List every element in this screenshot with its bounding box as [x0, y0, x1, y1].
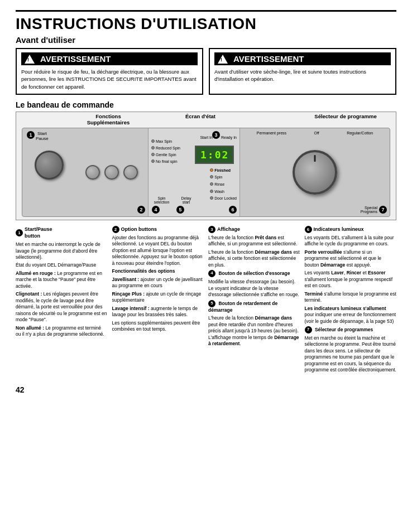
spin-opt-2: Reduced Spin [151, 145, 180, 152]
panel-selector: Permanent press Off Regular/Cotton Speci… [240, 128, 390, 216]
indicator-dot-rinse [210, 182, 213, 186]
warnings-row: ! AVERTISSEMENT Pour réduire le risque d… [16, 48, 396, 95]
option-button-2[interactable] [104, 165, 119, 180]
page-number: 42 [16, 385, 25, 394]
label-selecteur: Sélecteur de programme [306, 113, 385, 119]
desc-start-pause: 1 Start/Pausebutton Met en marche ou int… [16, 226, 108, 375]
desc-1-p4: Clignotant : Les réglages peuvent être m… [16, 291, 108, 323]
dial-label-permanent: Permanent press [257, 131, 286, 135]
desc-2-p3: Javellisant : ajouter un cycle de javell… [112, 277, 204, 289]
panel-start-pause: 1 Start Pause [22, 128, 75, 216]
description-grid: 1 Start/Pausebutton Met en marche ou int… [16, 226, 396, 375]
special-programs-label: SpecialPrograms [361, 206, 377, 214]
status-indicators: Finished Spin Rinse Wash Door Locked [210, 167, 237, 202]
desc-2-p2: Fonctionnalités des options [112, 268, 204, 274]
control-panel-diagram: Fonctions Supplémentaires Écran d'état S… [16, 112, 396, 220]
indicator-door: Door Locked [210, 195, 237, 202]
lcd-area: Start In Ready In 1:02 Finished Spin Rin… [174, 131, 237, 202]
desc-badge-1: 1 [16, 229, 23, 236]
warning-text-2: Avant d'utiliser votre sèche-linge, lire… [214, 68, 391, 83]
desc-badge-5: 5 [208, 300, 215, 307]
desc-4-heading: 4 Bouton de sélection d'essorage [208, 270, 300, 277]
delay-start-label: Delaystart [176, 196, 196, 204]
desc-2-p5: Lavage intensif : augmente le temps de l… [112, 306, 204, 318]
badge-3: 3 [212, 131, 220, 139]
desc-3-p1: L'heure de la fonction Prêt dans est aff… [208, 235, 300, 248]
desc-4-p1: Modifie la vitesse d'essorage (au besoin… [208, 279, 300, 298]
dial-label-off: Off [314, 131, 319, 135]
desc-7-p1: Met en marche ou éteint la machine et sé… [305, 335, 397, 374]
desc-2-heading: 2 Option buttons [112, 226, 204, 233]
warning-header-2: ! AVERTISSEMENT [214, 52, 391, 65]
desc-badge-4: 4 [208, 270, 215, 277]
badge-1: 1 [27, 131, 35, 139]
desc-1-p2: État du voyant DEL Démarrage/Pause [16, 262, 108, 268]
spin-opt-3: Gentle Spin [151, 152, 180, 158]
desc-6-heading: 6 Indicateurs lumineux [305, 226, 397, 233]
badge-7: 7 [379, 206, 387, 214]
spin-opt-1: Max Spin [151, 138, 180, 145]
badge-5: 5 [176, 206, 184, 214]
indicator-spin: Spin [210, 174, 237, 181]
spin-selection-label: Spinselection [152, 196, 171, 204]
desc-2-p4: Rinçage Plus : ajoute un cycle de rinçag… [112, 291, 204, 304]
section-avant-title: Avant d'utiliser [16, 35, 396, 45]
warning-triangle-icon-2: ! [218, 55, 228, 64]
start-in-label: Start In [200, 136, 213, 139]
desc-badge-7: 7 [305, 326, 312, 333]
desc-badge-6: 6 [305, 226, 312, 233]
desc-1-p3: Allumé en rouge : Le programme est en ma… [16, 270, 108, 289]
desc-1-p1: Met en marche ou interrompt le cycle de … [16, 241, 108, 260]
indicator-finished: Finished [210, 167, 237, 175]
indicator-rinse: Rinse [210, 181, 237, 188]
badge-6: 6 [229, 206, 237, 214]
desc-3-p2: L'heure de la fonction Démarrage dans es… [208, 249, 300, 268]
warning-triangle-icon-1: ! [25, 55, 35, 64]
desc-6-p5: Les indicateurs lumineux s'allument pour… [305, 306, 397, 325]
spin-opt-4: No final spin [151, 158, 180, 165]
desc-indicateurs: 6 Indicateurs lumineux Les voyants DEL s… [305, 226, 397, 375]
desc-6-p1: Les voyants DEL s'allument à la suite po… [305, 235, 397, 248]
top-border-line [16, 10, 396, 12]
spin-options-list: Max Spin Reduced Spin Gentle Spin No fin… [151, 138, 180, 165]
warning-box-2: ! AVERTISSEMENT Avant d'utiliser votre s… [209, 48, 396, 95]
indicator-dot-door [210, 196, 213, 200]
desc-1-p5: Non allumé : Le programme est terminé ou… [16, 325, 108, 338]
indicator-dot-spin [210, 175, 213, 178]
warning-text-1: Pour réduire le risque de feu, la déchar… [21, 68, 198, 90]
option-button-3[interactable] [123, 165, 138, 180]
dial-top-labels: Permanent press Off Regular/Cotton [243, 131, 387, 135]
start-pause-knob[interactable] [35, 151, 64, 180]
desc-option-buttons: 2 Option buttons Ajouter des fonctions a… [112, 226, 204, 375]
desc-badge-2: 2 [112, 226, 119, 233]
spin-dot-4 [151, 159, 155, 163]
page-title: INSTRUCTIONS D'UTILISATION [16, 15, 396, 33]
panel-display: 3 Max Spin Reduced Spin Gentle Spin No f… [148, 128, 240, 216]
warning-label-1: AVERTISSEMENT [40, 54, 111, 64]
indicator-dot-wash [210, 190, 213, 193]
lcd-display: 1:02 [195, 146, 234, 164]
desc-6-p4: Terminé s'allume lorsque le programme es… [305, 291, 397, 304]
bandeau-title: Le bandeau de commande [16, 100, 396, 109]
panel-option-buttons: 2 [75, 128, 148, 216]
desc-affichage: 3 Affichage L'heure de la fonction Prêt … [208, 226, 300, 375]
page-number-area: 42 [16, 381, 396, 394]
dial-label-cotton: Regular/Cotton [347, 131, 373, 135]
program-selector-dial[interactable] [293, 150, 337, 195]
warning-box-1: ! AVERTISSEMENT Pour réduire le risque d… [16, 48, 203, 95]
option-buttons-row-1 [85, 165, 138, 180]
desc-6-p2: Porte verrouillée s'allume si un program… [305, 249, 397, 268]
desc-3-heading: 3 Affichage [208, 226, 300, 233]
ready-in-label: Ready In [221, 136, 237, 139]
start-pause-label: Start Pause [36, 131, 49, 142]
desc-6-p3: Les voyants Laver, Rincer et Essorer s'a… [305, 270, 397, 289]
warning-header-1: ! AVERTISSEMENT [21, 52, 198, 65]
spin-dot-1 [151, 139, 155, 143]
desc-badge-3: 3 [208, 226, 215, 233]
option-button-1[interactable] [85, 165, 100, 180]
label-ecran: Écran d'état [173, 113, 228, 119]
spin-dot-2 [151, 146, 155, 149]
indicator-wash: Wash [210, 188, 237, 196]
warning-label-2: AVERTISSEMENT [233, 54, 304, 64]
spin-dot-3 [151, 153, 155, 156]
